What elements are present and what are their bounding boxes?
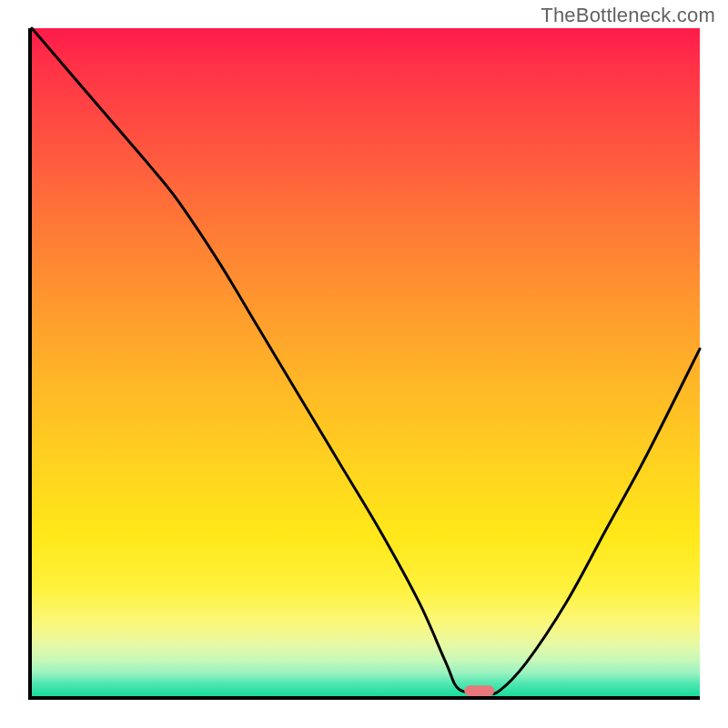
chart-overlay-svg	[32, 28, 700, 696]
plot-frame	[28, 28, 700, 700]
chart-canvas: TheBottleneck.com	[0, 0, 728, 728]
optimal-point-marker	[464, 685, 494, 696]
watermark-text: TheBottleneck.com	[541, 4, 715, 27]
bottleneck-curve	[32, 28, 700, 693]
